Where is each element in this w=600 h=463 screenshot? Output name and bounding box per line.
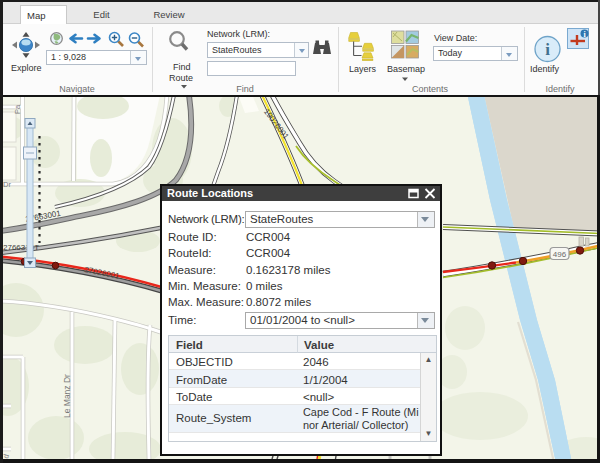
svg-text:Pa: Pa: [13, 104, 22, 114]
svg-text:Le Manz Dr: Le Manz Dr: [62, 374, 72, 418]
svg-text:i: i: [545, 40, 550, 59]
svg-text:496: 496: [553, 250, 567, 259]
svg-text:Dr: Dr: [3, 180, 11, 189]
svg-text:2766310T: 2766310T: [3, 243, 39, 252]
